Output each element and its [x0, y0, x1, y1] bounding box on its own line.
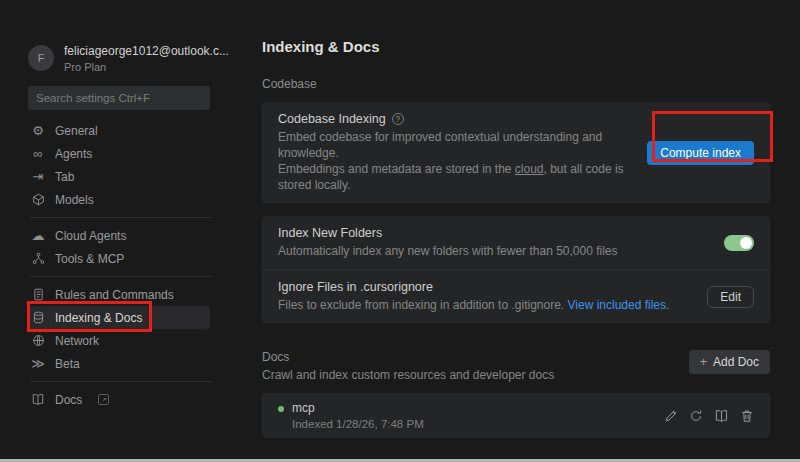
codebase-indexing-title: Codebase Indexing [278, 112, 386, 126]
sidebar-divider [30, 217, 212, 218]
doc-indexed-timestamp: Indexed 1/28/26, 7:48 PM [292, 418, 424, 430]
refresh-icon[interactable] [689, 409, 703, 423]
sidebar-item-label: Tools & MCP [55, 252, 124, 266]
ignore-files-title: Ignore Files in .cursorignore [278, 280, 433, 294]
sidebar-nav: ⚙ General ∞ Agents ⇥ Tab Models ☁ Cloud … [28, 119, 235, 411]
sidebar-item-tools-mcp[interactable]: Tools & MCP [28, 247, 210, 270]
sidebar-item-label: Beta [55, 357, 80, 371]
plus-icon: + [700, 355, 707, 369]
trash-icon[interactable] [740, 409, 754, 423]
cloud-icon: ☁ [30, 228, 46, 243]
codebase-section-label: Codebase [262, 77, 770, 91]
codebase-indexing-desc-line2: Embeddings and metadata are stored in th… [278, 162, 515, 176]
account-plan-badge: Pro Plan [64, 61, 229, 73]
sidebar-item-network[interactable]: Network [28, 329, 210, 352]
globe-icon [30, 334, 46, 347]
sidebar-item-label: Docs [55, 393, 82, 407]
open-book-icon [30, 393, 46, 406]
gear-icon: ⚙ [30, 123, 46, 138]
sidebar-item-label: Cloud Agents [55, 229, 126, 243]
file-check-icon [30, 288, 46, 301]
edit-button[interactable]: Edit [707, 286, 754, 308]
edit-icon[interactable] [664, 409, 678, 423]
nodes-icon [30, 252, 46, 265]
docs-section-desc: Crawl and index custom resources and dev… [262, 367, 554, 383]
view-included-files-link[interactable]: View included files. [568, 298, 670, 312]
ignore-files-desc: Files to exclude from indexing in additi… [278, 298, 568, 312]
status-dot-icon [278, 406, 284, 412]
cube-icon [30, 193, 46, 206]
sidebar-item-label: Rules and Commands [55, 288, 174, 302]
sidebar-item-rules-commands[interactable]: Rules and Commands [28, 283, 210, 306]
doc-list-item[interactable]: mcp Indexed 1/28/26, 7:48 PM [278, 401, 424, 430]
docs-section-label: Docs [262, 350, 554, 364]
doc-name: mcp [292, 401, 424, 415]
sidebar-item-label: Network [55, 334, 99, 348]
index-new-folders-desc: Automatically index any new folders with… [278, 243, 618, 259]
docs-list-card: mcp Indexed 1/28/26, 7:48 PM [262, 393, 770, 438]
toggle-knob [740, 237, 752, 249]
account-email: feliciageorge1012@outlook.c... [64, 44, 229, 58]
sidebar-item-cloud-agents[interactable]: ☁ Cloud Agents [28, 224, 210, 247]
sidebar-item-beta[interactable]: ≫ Beta [28, 352, 210, 375]
sidebar-item-models[interactable]: Models [28, 188, 210, 211]
infinity-icon: ∞ [30, 146, 46, 161]
book-icon[interactable] [714, 409, 729, 423]
codebase-indexing-card: Codebase Indexing ? Embed codebase for i… [262, 102, 770, 203]
codebase-indexing-desc-line1: Embed codebase for improved contextual u… [278, 130, 602, 160]
avatar: F [28, 45, 54, 71]
external-link-icon: ↗ [98, 394, 109, 405]
settings-main: Indexing & Docs Codebase Codebase Indexi… [235, 0, 800, 462]
sidebar-item-docs-external[interactable]: Docs ↗ [28, 388, 210, 411]
page-title: Indexing & Docs [262, 38, 770, 55]
account-row[interactable]: F feliciageorge1012@outlook.c... Pro Pla… [28, 38, 235, 78]
sidebar-item-label: Indexing & Docs [55, 311, 142, 325]
sidebar-item-tab[interactable]: ⇥ Tab [28, 165, 210, 188]
sidebar-item-label: Models [55, 193, 94, 207]
cloud-term: cloud [515, 162, 544, 176]
settings-window: F feliciageorge1012@outlook.c... Pro Pla… [0, 0, 800, 462]
sidebar-item-general[interactable]: ⚙ General [28, 119, 210, 142]
codebase-options-card: Index New Folders Automatically index an… [262, 216, 770, 323]
sidebar-item-label: General [55, 124, 98, 138]
sidebar-item-agents[interactable]: ∞ Agents [28, 142, 210, 165]
settings-sidebar: F feliciageorge1012@outlook.c... Pro Pla… [0, 0, 235, 462]
add-doc-label: Add Doc [713, 355, 759, 369]
sidebar-item-indexing-docs[interactable]: Indexing & Docs [28, 306, 210, 329]
database-icon [30, 311, 46, 324]
sidebar-divider [30, 381, 212, 382]
search-input[interactable] [28, 86, 210, 110]
sidebar-item-label: Agents [55, 147, 92, 161]
sidebar-item-label: Tab [55, 170, 74, 184]
help-icon[interactable]: ? [392, 113, 404, 125]
index-new-folders-toggle[interactable] [724, 235, 754, 251]
tab-arrow-icon: ⇥ [30, 169, 46, 184]
index-new-folders-title: Index New Folders [278, 226, 382, 240]
add-doc-button[interactable]: + Add Doc [689, 350, 770, 374]
sidebar-divider [30, 276, 212, 277]
chevrons-right-icon: ≫ [30, 356, 46, 371]
compute-index-button[interactable]: Compute index [647, 141, 754, 165]
